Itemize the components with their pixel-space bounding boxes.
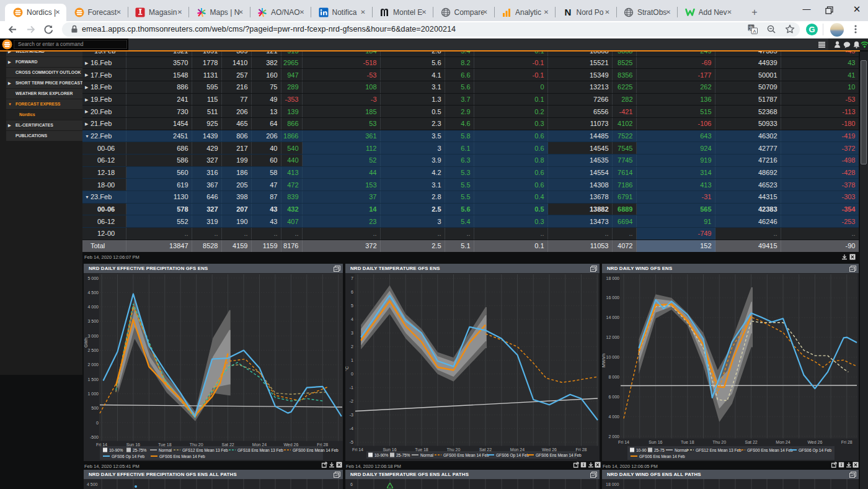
- svg-text:Mon 24: Mon 24: [510, 447, 525, 452]
- svg-text:Wed 26: Wed 26: [283, 442, 298, 447]
- svg-text:GFS06 Op 14 Feb: GFS06 Op 14 Feb: [799, 448, 831, 453]
- svg-text:GFS12 Ens Mean 13 Feb: GFS12 Ens Mean 13 Feb: [182, 448, 228, 452]
- svg-text:Fri 14: Fri 14: [618, 440, 629, 444]
- svg-text:6: 6: [351, 290, 353, 294]
- svg-text:Fri 14: Fri 14: [352, 447, 363, 452]
- svg-text:Normal: Normal: [420, 453, 434, 457]
- svg-text:-3: -3: [350, 413, 353, 417]
- svg-text:25-75: 25-75: [654, 448, 665, 452]
- svg-text:Mon 24: Mon 24: [252, 442, 267, 447]
- svg-text:2 000: 2 000: [608, 434, 619, 439]
- svg-text:5: 5: [351, 303, 353, 308]
- svg-text:10-90%: 10-90%: [109, 448, 123, 452]
- svg-text:°C: °C: [345, 366, 349, 371]
- svg-text:25-75%: 25-75%: [133, 448, 147, 452]
- svg-text:Fri 14: Fri 14: [96, 442, 107, 447]
- svg-text:12 000: 12 000: [606, 335, 620, 339]
- svg-text:3 500: 3 500: [87, 319, 99, 323]
- svg-text:-1: -1: [350, 385, 353, 390]
- svg-text:2: 2: [351, 344, 353, 349]
- svg-text:Sat 22: Sat 22: [745, 440, 757, 444]
- svg-text:GFS12 Ens Mean 13 Feb: GFS12 Ens Mean 13 Feb: [696, 448, 742, 452]
- svg-text:-4: -4: [350, 426, 353, 431]
- svg-text:3: 3: [351, 331, 353, 335]
- svg-text:2 500: 2 500: [87, 348, 99, 352]
- svg-text:GFS06 Ens Mean 14 Feb: GFS06 Ens Mean 14 Feb: [159, 454, 205, 459]
- svg-text:Mon 24: Mon 24: [776, 440, 790, 444]
- svg-text:8 000: 8 000: [608, 375, 619, 379]
- svg-text:4 500: 4 500: [87, 290, 99, 295]
- svg-text:14 000: 14 000: [606, 315, 620, 320]
- svg-text:18 000: 18 000: [606, 276, 620, 280]
- svg-text:500: 500: [91, 406, 99, 410]
- svg-text:0: 0: [351, 372, 353, 376]
- svg-text:4 000: 4 000: [608, 415, 619, 419]
- svg-text:3 000: 3 000: [87, 334, 99, 338]
- svg-text:A: A: [753, 29, 756, 34]
- svg-text:Sat 22: Sat 22: [221, 442, 234, 447]
- svg-text:GFS06 Ens Mean 14 Feb: GFS06 Ens Mean 14 Feb: [639, 454, 685, 459]
- svg-text:Fri 28: Fri 28: [576, 447, 587, 452]
- svg-text:GFS06 Op 14 Feb: GFS06 Op 14 Feb: [496, 453, 529, 458]
- svg-text:GFS06 Ens Mean 14 Feb: GFS06 Ens Mean 14 Feb: [536, 453, 582, 457]
- svg-text:6 000: 6 000: [608, 395, 619, 399]
- svg-text:1 500: 1 500: [87, 377, 99, 382]
- svg-text:Wed 26: Wed 26: [542, 447, 557, 452]
- svg-text:4 000: 4 000: [87, 305, 99, 309]
- svg-text:Wed 26: Wed 26: [807, 440, 822, 444]
- svg-text:Sat 22: Sat 22: [479, 447, 492, 452]
- svg-text:4: 4: [351, 317, 353, 321]
- svg-text:16 000: 16 000: [606, 295, 620, 300]
- svg-text:25-75%: 25-75%: [396, 453, 410, 457]
- svg-text:10 000: 10 000: [606, 355, 620, 359]
- svg-text:2 000: 2 000: [87, 362, 99, 367]
- svg-text:-5: -5: [350, 440, 353, 444]
- svg-text:GFS18 Ens Mean 13 Feb: GFS18 Ens Mean 13 Feb: [237, 448, 283, 452]
- svg-text:Tue 18: Tue 18: [158, 442, 172, 447]
- svg-text:GFS06 Op 14 Feb: GFS06 Op 14 Feb: [112, 454, 144, 459]
- svg-text:1 000: 1 000: [87, 392, 99, 396]
- svg-text:GFS00 Ens Mean 14 Feb: GFS00 Ens Mean 14 Feb: [443, 453, 489, 457]
- svg-text:-500: -500: [90, 435, 99, 439]
- svg-text:10-90%: 10-90%: [374, 453, 389, 457]
- svg-text:Thu 20: Thu 20: [190, 442, 203, 447]
- svg-text:5 000: 5 000: [87, 276, 99, 280]
- svg-text:Fri 28: Fri 28: [317, 442, 328, 447]
- svg-text:Sun 16: Sun 16: [383, 447, 396, 452]
- svg-text:Normal: Normal: [675, 448, 688, 452]
- svg-text:Tue 18: Tue 18: [681, 440, 694, 444]
- svg-text:Tue 18: Tue 18: [415, 447, 428, 452]
- svg-text:10-90: 10-90: [636, 448, 647, 452]
- svg-text:Fri 28: Fri 28: [841, 440, 852, 444]
- svg-text:Thu 20: Thu 20: [447, 447, 461, 452]
- svg-text:7: 7: [351, 276, 353, 280]
- svg-text:-2: -2: [350, 399, 353, 403]
- svg-text:Sun 16: Sun 16: [126, 442, 140, 447]
- svg-text:MWh/h: MWh/h: [602, 354, 606, 367]
- svg-text:GFS00 Ens Mean 14 Feb: GFS00 Ens Mean 14 Feb: [293, 448, 339, 452]
- svg-text:Thu 20: Thu 20: [712, 440, 726, 444]
- svg-text:1: 1: [351, 358, 353, 362]
- svg-text:GWh: GWh: [84, 338, 88, 348]
- svg-text:GFS00 Ens Mean 14 Feb: GFS00 Ens Mean 14 Feb: [747, 448, 793, 452]
- svg-text:N: N: [564, 7, 571, 17]
- svg-text:Normal: Normal: [159, 448, 172, 452]
- svg-text:Sun 16: Sun 16: [649, 440, 662, 444]
- svg-text:0: 0: [96, 421, 99, 425]
